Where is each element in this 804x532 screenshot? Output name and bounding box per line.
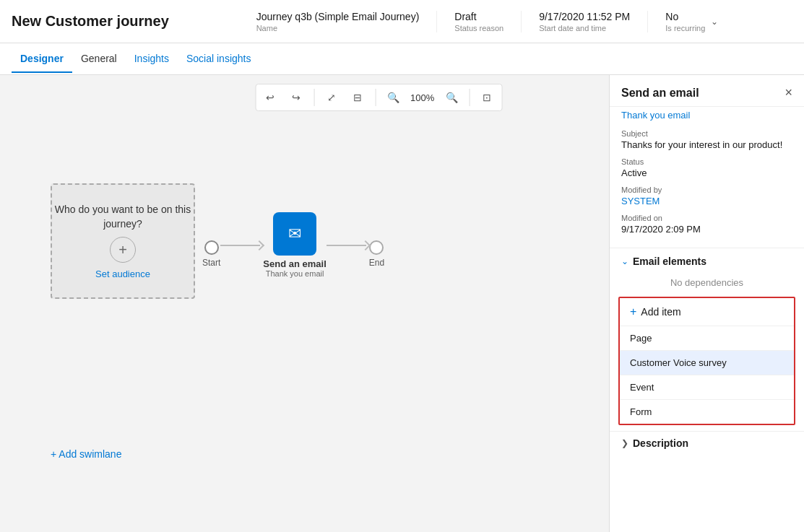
- audience-text: Who do you want to be on this journey?: [52, 203, 194, 231]
- canvas-content: Who do you want to be on this journey? +…: [29, 126, 595, 518]
- tab-general[interactable]: General: [72, 45, 126, 73]
- header-status-field: Draft Status reason: [437, 11, 522, 32]
- toolbar-divider-1: [314, 89, 314, 106]
- email-node-name: Send an email: [263, 258, 326, 269]
- end-circle: [369, 240, 384, 255]
- toolbar-divider-2: [375, 89, 376, 106]
- email-node-container[interactable]: ✉ Send an email Thank you email: [263, 212, 326, 278]
- zoom-level: 100%: [407, 87, 437, 108]
- app-header: New Customer journey Journey q3b (Simple…: [0, 0, 804, 43]
- canvas-toolbar: ↩ ↪ ⤢ ⊟ 🔍 100% 🔍 ⊡: [255, 84, 502, 111]
- add-item-plus-icon: +: [630, 305, 636, 318]
- connector-2: [327, 242, 369, 249]
- add-swimlane-button[interactable]: + Add swimlane: [51, 448, 121, 460]
- expand-button[interactable]: ⤢: [320, 87, 343, 108]
- start-node: Start: [202, 223, 220, 268]
- header-recurring-value: No: [665, 11, 678, 22]
- tab-insights[interactable]: Insights: [126, 45, 178, 73]
- dropdown-item-form[interactable]: Form: [620, 400, 794, 424]
- zoom-in-button[interactable]: 🔍: [440, 87, 463, 108]
- email-elements-section[interactable]: ⌄ Email elements: [610, 248, 804, 271]
- dropdown-item-customer-voice[interactable]: Customer Voice survey: [620, 351, 794, 375]
- field-label-status: Status: [621, 157, 792, 166]
- header-name-field: Journey q3b (Simple Email Journey) Name: [239, 11, 438, 32]
- header-recurring-container: No Is recurring ⌄: [665, 11, 721, 32]
- designer-canvas[interactable]: ↩ ↪ ⤢ ⊟ 🔍 100% 🔍 ⊡ Who do you want to be…: [0, 75, 609, 532]
- right-panel: Send an email × Thank you email Subject …: [609, 75, 804, 532]
- panel-header: Send an email ×: [610, 75, 804, 107]
- header-recurring-field: No Is recurring ⌄: [648, 11, 738, 32]
- add-item-dropdown: + Add item Page Customer Voice survey Ev…: [618, 297, 795, 425]
- header-date-label: Start date and time: [539, 24, 630, 32]
- panel-title: Send an email: [621, 87, 699, 100]
- dropdown-item-event[interactable]: Event: [620, 375, 794, 400]
- field-label-modified-by: Modified by: [621, 186, 792, 194]
- page-title: New Customer journey: [12, 13, 185, 30]
- email-icon: ✉: [288, 224, 301, 243]
- header-meta: Journey q3b (Simple Email Journey) Name …: [185, 11, 792, 32]
- header-recurring-label: Is recurring: [665, 24, 705, 32]
- tab-bar: Designer General Insights Social insight…: [0, 43, 804, 75]
- undo-button[interactable]: ↩: [259, 87, 282, 108]
- start-circle: [204, 240, 219, 255]
- connector-1: [220, 242, 263, 249]
- header-status-label: Status reason: [454, 24, 503, 32]
- field-label-subject: Subject: [621, 129, 792, 138]
- panel-email-link[interactable]: Thank you email: [610, 107, 804, 123]
- chevron-down-icon[interactable]: ⌄: [708, 14, 721, 30]
- email-node-text: Send an email Thank you email: [263, 258, 326, 278]
- field-label-modified-on: Modified on: [621, 214, 792, 222]
- main-content: ↩ ↪ ⤢ ⊟ 🔍 100% 🔍 ⊡ Who do you want to be…: [0, 75, 804, 532]
- panel-fields: Subject Thanks for your interest in our …: [610, 123, 804, 248]
- header-date-value: 9/17/2020 11:52 PM: [539, 11, 630, 22]
- set-audience-link[interactable]: Set audience: [95, 269, 150, 279]
- field-value-status: Active: [621, 167, 792, 178]
- split-button[interactable]: ⊟: [346, 87, 369, 108]
- redo-button[interactable]: ↪: [285, 87, 308, 108]
- add-item-label: Add item: [641, 306, 680, 318]
- field-value-subject: Thanks for your interest in our product!: [621, 139, 792, 150]
- tab-designer[interactable]: Designer: [12, 45, 72, 73]
- end-label: End: [369, 258, 384, 268]
- field-value-modified-on: 9/17/2020 2:09 PM: [621, 224, 792, 235]
- audience-plus-button[interactable]: +: [110, 237, 136, 263]
- tab-social-insights[interactable]: Social insights: [178, 45, 260, 73]
- fit-button[interactable]: ⊡: [475, 87, 498, 108]
- field-value-modified-by[interactable]: SYSTEM: [621, 196, 792, 206]
- header-status-value: Draft: [454, 11, 503, 22]
- email-node[interactable]: ✉: [273, 212, 316, 256]
- end-node: End: [369, 223, 384, 268]
- email-elements-title: Email elements: [633, 256, 706, 267]
- panel-close-button[interactable]: ×: [784, 85, 792, 100]
- journey-flow: Start ✉ Send an email Thank you email: [202, 212, 384, 278]
- header-name-label: Name: [256, 24, 420, 32]
- add-item-button[interactable]: + Add item: [620, 298, 794, 326]
- toolbar-divider-3: [469, 89, 470, 106]
- email-node-sub: Thank you email: [263, 269, 326, 278]
- header-name-value: Journey q3b (Simple Email Journey): [256, 11, 420, 22]
- audience-box[interactable]: Who do you want to be on this journey? +…: [51, 183, 195, 299]
- add-swimlane-label: + Add swimlane: [51, 448, 121, 460]
- header-date-field: 9/17/2020 11:52 PM Start date and time: [522, 11, 648, 32]
- description-section[interactable]: ❯ Description: [610, 431, 804, 455]
- email-elements-chevron-icon: ⌄: [621, 256, 628, 266]
- description-title: Description: [633, 437, 688, 449]
- zoom-out-button[interactable]: 🔍: [381, 87, 405, 108]
- description-chevron-icon: ❯: [621, 438, 628, 448]
- no-dependencies-text: No dependencies: [610, 271, 804, 294]
- dropdown-item-page[interactable]: Page: [620, 326, 794, 351]
- start-label: Start: [202, 258, 220, 268]
